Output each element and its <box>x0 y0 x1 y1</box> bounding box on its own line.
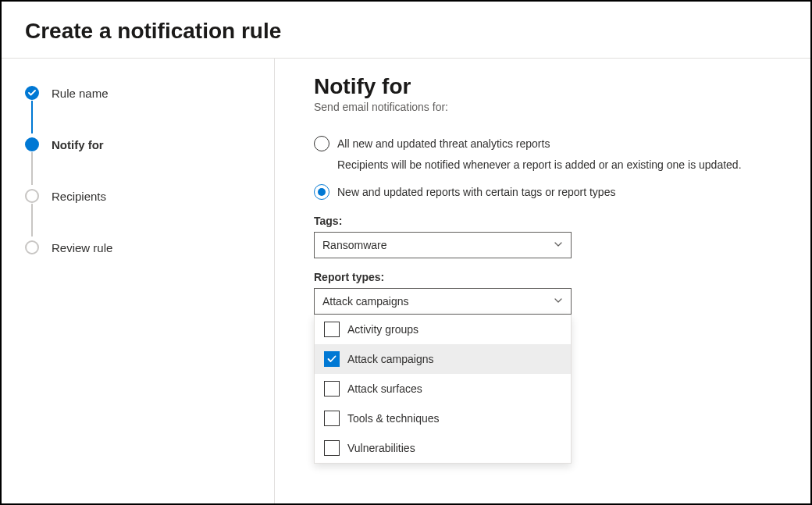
current-step-icon <box>25 137 39 151</box>
dialog-header: Create a notification rule <box>2 2 810 59</box>
report-type-option[interactable]: Attack surfaces <box>315 374 571 404</box>
step-connector <box>31 152 33 185</box>
checkbox-icon <box>324 381 340 397</box>
wizard-step-label: Recipients <box>52 190 106 203</box>
dialog-frame: Create a notification rule Rule name Not… <box>0 0 812 505</box>
wizard-steps: Rule name Notify for Recipients Review r… <box>25 84 251 257</box>
wizard-step-label: Notify for <box>52 138 104 151</box>
report-types-field-label: Report types: <box>314 271 779 283</box>
checkbox-icon <box>324 411 340 426</box>
report-type-option[interactable]: Tools & techniques <box>315 404 571 433</box>
wizard-step-recipients[interactable]: Recipients <box>25 187 251 205</box>
upcoming-step-icon <box>25 189 39 203</box>
radio-all-description: Recipients will be notified whenever a r… <box>337 157 779 172</box>
step-connector <box>31 204 33 236</box>
radio-label: All new and updated threat analytics rep… <box>337 135 550 152</box>
wizard-main: Notify for Send email notifications for:… <box>275 59 810 505</box>
checkbox-icon <box>324 351 340 367</box>
wizard-step-rule-name[interactable]: Rule name <box>25 84 251 102</box>
radio-icon <box>314 184 329 200</box>
wizard-step-label: Review rule <box>52 241 112 254</box>
tags-field-label: Tags: <box>314 215 779 227</box>
chevron-down-icon <box>554 239 563 251</box>
radio-icon <box>314 136 329 151</box>
dialog-body: Rule name Notify for Recipients Review r… <box>2 59 810 505</box>
page-title: Create a notification rule <box>25 19 787 44</box>
section-heading: Notify for <box>314 74 779 99</box>
option-label: Tools & techniques <box>347 412 440 425</box>
wizard-step-notify-for[interactable]: Notify for <box>25 135 251 154</box>
notify-scope-radio-group: All new and updated threat analytics rep… <box>314 135 779 201</box>
tags-dropdown[interactable]: Ransomware <box>314 232 572 258</box>
section-subtext: Send email notifications for: <box>314 101 779 113</box>
report-types-option-list: Activity groups Attack campaigns Attack … <box>314 315 572 464</box>
report-type-option[interactable]: Attack campaigns <box>315 344 571 374</box>
wizard-step-review-rule[interactable]: Review rule <box>25 238 251 257</box>
option-label: Attack campaigns <box>347 353 434 365</box>
report-type-option[interactable]: Activity groups <box>315 315 571 344</box>
step-connector <box>31 101 33 133</box>
upcoming-step-icon <box>25 240 39 254</box>
checkmark-icon <box>25 86 39 100</box>
report-types-dropdown-value: Attack campaigns <box>322 295 409 308</box>
radio-all-reports[interactable]: All new and updated threat analytics rep… <box>314 135 779 152</box>
checkbox-icon <box>324 440 340 456</box>
report-types-dropdown[interactable]: Attack campaigns <box>314 288 572 315</box>
option-label: Attack surfaces <box>347 382 422 395</box>
option-label: Activity groups <box>347 323 418 336</box>
option-label: Vulnerabilities <box>347 442 415 454</box>
chevron-down-icon <box>554 295 563 308</box>
report-type-option[interactable]: Vulnerabilities <box>315 433 571 463</box>
radio-label: New and updated reports with certain tag… <box>337 183 615 201</box>
tags-dropdown-value: Ransomware <box>322 239 386 251</box>
checkbox-icon <box>324 322 340 337</box>
wizard-sidebar: Rule name Notify for Recipients Review r… <box>2 59 275 505</box>
wizard-step-label: Rule name <box>52 87 109 100</box>
radio-filtered-reports[interactable]: New and updated reports with certain tag… <box>314 183 779 201</box>
